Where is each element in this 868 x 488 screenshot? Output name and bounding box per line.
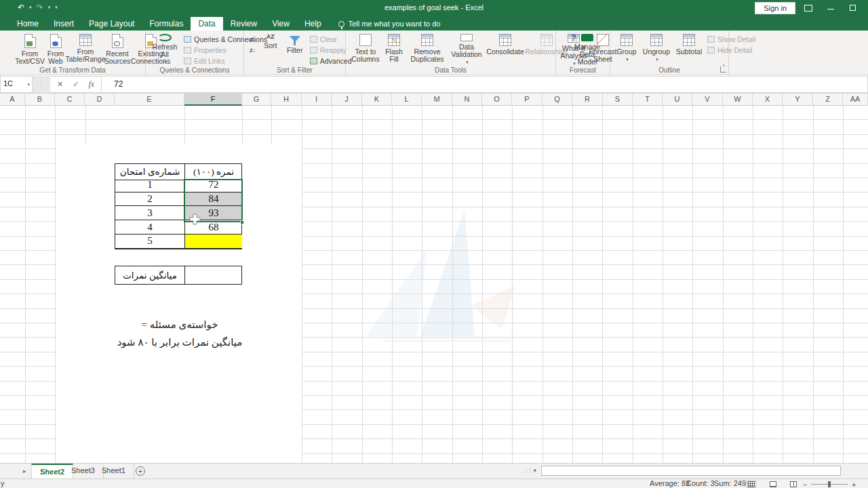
sign-in-button[interactable]: Sign in <box>755 2 795 14</box>
tab-view[interactable]: View <box>264 17 297 30</box>
data-validation-button[interactable]: Data Validation <box>450 30 483 66</box>
from-table-range-button[interactable]: From Table/Range <box>69 30 102 66</box>
subtotal-icon <box>683 34 695 46</box>
tab-home[interactable]: Home <box>9 17 46 30</box>
column-header-o[interactable]: O <box>482 94 512 106</box>
column-header-b[interactable]: B <box>25 94 55 106</box>
column-header-a[interactable]: A <box>0 94 25 106</box>
column-header-x[interactable]: X <box>753 94 783 106</box>
formula-input[interactable]: 72 <box>102 76 868 93</box>
column-header-w[interactable]: W <box>723 94 753 106</box>
horizontal-scrollbar[interactable] <box>541 466 841 476</box>
cell-exam-5[interactable]: 5 <box>115 235 185 249</box>
column-header-y[interactable]: Y <box>783 94 813 106</box>
column-header-g[interactable]: G <box>242 94 271 106</box>
filter-button[interactable]: Filter <box>285 30 305 66</box>
column-header-t[interactable]: T <box>633 94 663 106</box>
column-header-j[interactable]: J <box>332 94 362 106</box>
column-header-r[interactable]: R <box>572 94 603 106</box>
column-header-k[interactable]: K <box>362 94 392 106</box>
page-layout-view-icon[interactable] <box>768 480 778 488</box>
enter-icon[interactable]: ✓ <box>73 80 79 89</box>
column-header-f[interactable]: F <box>184 94 242 106</box>
name-box[interactable]: 1C ▾ <box>0 76 33 93</box>
from-web-button[interactable]: From Web <box>45 30 66 66</box>
sheet-nav-icon[interactable]: ▸ <box>23 468 26 474</box>
column-header-aa[interactable]: AA <box>843 94 868 106</box>
properties-icon <box>184 47 191 54</box>
show-detail-icon <box>707 36 715 43</box>
column-header-c[interactable]: C <box>55 94 85 106</box>
page-break-view-icon[interactable] <box>788 480 799 488</box>
column-header-e[interactable]: E <box>115 94 184 106</box>
column-header-v[interactable]: V <box>692 94 723 106</box>
column-header-l[interactable]: L <box>392 94 422 106</box>
ribbon-display-options-icon[interactable] <box>804 5 812 12</box>
sheet-tab-sheet1[interactable]: Sheet1 <box>94 464 134 479</box>
sort-az-icon[interactable]: A↓ <box>250 37 256 43</box>
recent-sources-button[interactable]: Recent Sources <box>104 30 130 66</box>
tell-me-box[interactable]: Tell me what you want to do <box>338 17 441 30</box>
remove-duplicates-button[interactable]: Remove Duplicates <box>408 30 446 66</box>
insert-function-icon[interactable]: fx <box>88 79 94 89</box>
consolidate-button[interactable]: Consolidate <box>487 30 524 66</box>
what-if-analysis-button[interactable]: ? What-If Analysis <box>560 30 587 66</box>
column-header-z[interactable]: Z <box>813 94 843 106</box>
average-value-cell[interactable] <box>185 266 243 284</box>
cell-score-2[interactable]: 84 <box>185 192 242 207</box>
tab-page-layout[interactable]: Page Layout <box>81 17 142 30</box>
web-icon <box>50 34 62 48</box>
column-header-s[interactable]: S <box>603 94 633 106</box>
cell-score-5-empty[interactable] <box>185 235 242 249</box>
sort-za-icon[interactable]: Z↓ <box>250 47 256 54</box>
column-header-u[interactable]: U <box>663 94 692 106</box>
fill-handle[interactable] <box>240 220 244 224</box>
tab-review[interactable]: Review <box>223 17 264 30</box>
ungroup-button[interactable]: Ungroup <box>642 30 671 66</box>
cell-exam-2[interactable]: 2 <box>115 192 185 207</box>
lightbulb-icon <box>338 21 344 27</box>
column-header-p[interactable]: P <box>512 94 542 106</box>
zoom-slider-handle[interactable] <box>828 481 831 487</box>
column-header-d[interactable]: D <box>85 94 115 106</box>
zoom-out-icon[interactable]: − <box>803 481 807 488</box>
cell-exam-1[interactable]: 1 <box>115 178 185 192</box>
outline-dialog-launcher-icon[interactable] <box>720 66 726 73</box>
refresh-all-button[interactable]: Refresh All <box>150 30 180 66</box>
cancel-icon[interactable]: ✕ <box>57 80 63 89</box>
zoom-in-icon[interactable]: + <box>852 481 856 488</box>
worksheet[interactable]: شماره‌ی امتحان نمره (۱۰۰) 1 72 2 84 3 93… <box>0 106 868 463</box>
from-text-csv-button[interactable]: From Text/CSV <box>18 30 42 66</box>
name-box-dropdown-icon[interactable]: ▾ <box>27 82 30 87</box>
normal-view-icon[interactable] <box>746 480 757 488</box>
formula-bar-splitter[interactable]: ⋮ <box>33 76 50 93</box>
note-line-2: میانگین نمرات برابر با ۸۰ شود <box>71 336 288 348</box>
text-to-columns-button[interactable]: Text to Columns <box>351 30 380 66</box>
cell-exam-4[interactable]: 4 <box>115 220 185 235</box>
hscroll-left-icon[interactable]: ◂ <box>533 467 536 473</box>
text-csv-icon <box>24 34 36 48</box>
column-header-q[interactable]: Q <box>542 94 572 106</box>
tab-formulas[interactable]: Formulas <box>142 17 191 30</box>
column-header-h[interactable]: H <box>271 94 302 106</box>
tab-scrollbar-splitter[interactable]: ⋮⋮ <box>524 467 532 473</box>
cell-exam-3[interactable]: 3 <box>115 206 185 220</box>
restore-icon[interactable] <box>850 5 856 11</box>
column-header-i[interactable]: I <box>302 94 332 106</box>
average-label-cell[interactable]: میانگین نمرات <box>115 266 185 284</box>
tab-data[interactable]: Data <box>191 17 222 30</box>
column-header-n[interactable]: N <box>452 94 482 106</box>
tab-help[interactable]: Help <box>297 17 329 30</box>
column-header-row: A B C D E F G H I J K L M N O P Q R S T … <box>0 94 868 106</box>
minimize-icon[interactable] <box>827 9 834 9</box>
cell-score-1[interactable]: 72 <box>185 178 242 192</box>
group-sort-filter: A↓ Z↓ AZ Sort Filter Clear <box>244 30 346 75</box>
tab-insert[interactable]: Insert <box>46 17 81 30</box>
new-sheet-icon[interactable]: + <box>136 466 145 476</box>
group-button[interactable]: Group <box>616 30 637 66</box>
sort-button[interactable]: AZ Sort <box>261 30 280 66</box>
column-header-m[interactable]: M <box>422 94 452 106</box>
subtotal-button[interactable]: Subtotal <box>675 30 703 66</box>
flash-fill-button[interactable]: ϟ Flash Fill <box>384 30 404 66</box>
clear-icon <box>310 36 317 43</box>
